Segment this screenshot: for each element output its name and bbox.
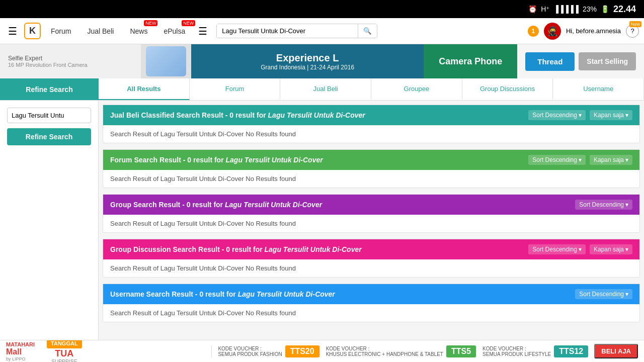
username-header: Username Search Result - 0 result for La… — [103, 284, 639, 304]
banner: Selfie Expert 16 MP Revolution Front Cam… — [0, 44, 644, 78]
ad-logo: MATAHARI Mall by LIPPO — [0, 340, 41, 362]
tab-username[interactable]: Username — [553, 78, 644, 100]
forum-section: Forum Search Result - 0 result for Lagu … — [103, 149, 640, 188]
forum-body: Search Result of Lagu Tersulit Untuk Di-… — [103, 170, 639, 188]
ad-code-label-3: KODE VOUCHER : — [482, 346, 551, 351]
notification-badge[interactable]: 1 — [528, 26, 539, 37]
ad-code-label-1: KODE VOUCHER : — [218, 346, 282, 351]
refine-search-button[interactable]: Refine Search — [7, 128, 91, 145]
beli-aja-button[interactable]: BELI AJA — [594, 344, 638, 358]
banner-camera: Camera Phone — [424, 44, 517, 78]
jualbeli-header: Jual Beli Classified Search Result - 0 r… — [103, 105, 639, 125]
group-section: Group Search Result - 0 result for Lagu … — [103, 194, 640, 233]
tab-forum[interactable]: Forum — [190, 78, 281, 100]
hamburger-button[interactable]: ☰ — [5, 22, 20, 40]
group-discussion-query: Lagu Tersulit Untuk Di-Cover — [265, 245, 362, 253]
help-new-badge: New — [629, 21, 641, 27]
ad-code-box-2: TTS5 — [446, 345, 476, 357]
ad-logo-line2: Mall — [6, 347, 35, 356]
forum-sort-button[interactable]: Sort Descending ▾ — [528, 155, 586, 165]
banner-middle: Experience L Grand Indonesia | 21-24 Apr… — [191, 44, 424, 78]
group-title: Group Search Result - 0 result for Lagu … — [110, 201, 322, 209]
ad-code-box-3: TTS12 — [554, 345, 588, 357]
username-section: Username Search Result - 0 result for La… — [103, 284, 640, 322]
status-icons: ⏰ H⁺ ▐▐▐▐▐ 23% 🔋 22.44 — [528, 4, 636, 15]
jualbeli-section: Jual Beli Classified Search Result - 0 r… — [103, 105, 640, 143]
forum-title: Forum Search Result - 0 result for Lagu … — [110, 156, 323, 164]
nav-epulsa[interactable]: ePulsa — [157, 24, 191, 38]
banner-left: Selfie Expert 16 MP Revolution Front Cam… — [0, 44, 141, 78]
group-sort-button[interactable]: Sort Descending ▾ — [575, 200, 632, 210]
tab-refine-search: Refine Search — [0, 78, 99, 100]
phone-image — [146, 46, 186, 76]
banner-subtitle: 16 MP Revolution Front Camera — [8, 62, 133, 68]
ad-logo-line1: MATAHARI — [6, 341, 35, 347]
tab-group-discussions[interactable]: Group Discussions — [462, 78, 553, 100]
user-greeting[interactable]: Hi, before.amnesia — [566, 27, 621, 35]
ad-surprise: SURPRISE — [51, 359, 77, 363]
tab-all-results[interactable]: All Results — [99, 78, 190, 100]
banner-title: Selfie Expert — [8, 55, 133, 62]
group-discussion-section: Group Discussion Search Result - 0 resul… — [103, 239, 640, 278]
jualbeli-sort-controls: Sort Descending ▾ Kapan saja ▾ — [528, 110, 632, 120]
username-query: Lagu Tersulit Untuk Di-Cover — [238, 290, 335, 298]
ad-voucher-label-2: KHUSUS ELECTRONIC + HANDPHONE & TABLET — [326, 351, 443, 357]
group-discussion-title: Group Discussion Search Result - 0 resul… — [110, 245, 362, 253]
help-icon[interactable]: ? New — [626, 25, 639, 38]
search-button[interactable]: 🔍 — [358, 24, 377, 38]
ad-logo-line3: by LIPPO — [6, 356, 35, 361]
group-query: Lagu Tersulit Untuk Di-Cover — [225, 201, 322, 209]
logo-button[interactable]: K — [24, 23, 41, 39]
more-menu-button[interactable]: ☰ — [195, 22, 210, 40]
group-header: Group Search Result - 0 result for Lagu … — [103, 195, 639, 215]
ad-voucher-label-3: SEMUA PRODUK LIFESTYLE — [482, 351, 551, 357]
start-selling-button[interactable]: Start Selling — [579, 52, 636, 70]
battery-icon: 🔋 — [601, 5, 609, 13]
news-badge: NEW — [144, 20, 157, 26]
forum-query: Lagu Tersulit Untuk Di-Cover — [226, 156, 323, 164]
tab-groupee[interactable]: Groupee — [371, 78, 462, 100]
nav-news-wrapper: News NEW — [124, 24, 153, 38]
group-discussion-kapansaja-button[interactable]: Kapan saja ▾ — [590, 244, 632, 254]
jualbeli-sort-button[interactable]: Sort Descending ▾ — [528, 110, 586, 120]
tab-jualbeli[interactable]: Jual Beli — [280, 78, 371, 100]
ad-code-box-1: TTS20 — [285, 345, 319, 357]
nav-jualbeli[interactable]: Jual Beli — [81, 24, 120, 38]
top-nav: ☰ K Forum Jual Beli News NEW ePulsa NEW … — [0, 18, 644, 44]
jualbeli-body: Search Result of Lagu Tersulit Untuk Di-… — [103, 125, 639, 143]
jualbeli-title: Jual Beli Classified Search Result - 0 r… — [110, 111, 365, 119]
ad-banner: MATAHARI Mall by LIPPO TANGGAL TUA SURPR… — [0, 340, 644, 362]
banner-exp-sub: Grand Indonesia | 21-24 April 2016 — [261, 64, 354, 71]
results-area: Jual Beli Classified Search Result - 0 r… — [99, 101, 644, 340]
ad-voucher-1: KODE VOUCHER : SEMUA PRODUK FASHION TTS2… — [211, 345, 319, 357]
group-discussion-header: Group Discussion Search Result - 0 resul… — [103, 239, 639, 259]
time-display: 22.44 — [613, 4, 636, 15]
search-input[interactable] — [217, 24, 358, 38]
search-box: 🔍 — [216, 24, 377, 38]
alarm-icon: ⏰ — [528, 5, 537, 13]
refine-input[interactable] — [7, 108, 91, 123]
battery-text: 23% — [583, 5, 597, 13]
nav-forum[interactable]: Forum — [45, 24, 77, 38]
ad-voucher-2: KODE VOUCHER : KHUSUS ELECTRONIC + HANDP… — [319, 345, 476, 357]
username-sort-controls: Sort Descending ▾ — [575, 289, 632, 299]
avatar[interactable]: 🥷 — [544, 23, 561, 40]
epulsa-badge: NEW — [182, 20, 195, 26]
nav-news[interactable]: News — [124, 24, 153, 38]
group-discussion-sort-controls: Sort Descending ▾ Kapan saja ▾ — [528, 244, 632, 254]
thread-button[interactable]: Thread — [525, 52, 575, 71]
ad-voucher-3: KODE VOUCHER : SEMUA PRODUK LIFESTYLE TT… — [476, 345, 588, 357]
username-sort-button[interactable]: Sort Descending ▾ — [575, 289, 632, 299]
ad-tanggal: TANGGAL — [47, 340, 82, 348]
status-bar: ⏰ H⁺ ▐▐▐▐▐ 23% 🔋 22.44 — [0, 0, 644, 18]
jualbeli-query: Lagu Tersulit Untuk Di-Cover — [268, 111, 365, 119]
main-content: Refine Search Jual Beli Classified Searc… — [0, 101, 644, 340]
group-discussion-sort-button[interactable]: Sort Descending ▾ — [528, 244, 586, 254]
signal-icon: H⁺ — [541, 5, 549, 13]
username-body: Search Result of Lagu Tersulit Untuk Di-… — [103, 304, 639, 322]
group-discussion-body: Search Result of Lagu Tersulit Untuk Di-… — [103, 259, 639, 277]
username-title: Username Search Result - 0 result for La… — [110, 290, 335, 298]
banner-right: Thread Start Selling — [517, 44, 644, 78]
forum-kapansaja-button[interactable]: Kapan saja ▾ — [590, 155, 632, 165]
jualbeli-kapansaja-button[interactable]: Kapan saja ▾ — [590, 110, 632, 120]
